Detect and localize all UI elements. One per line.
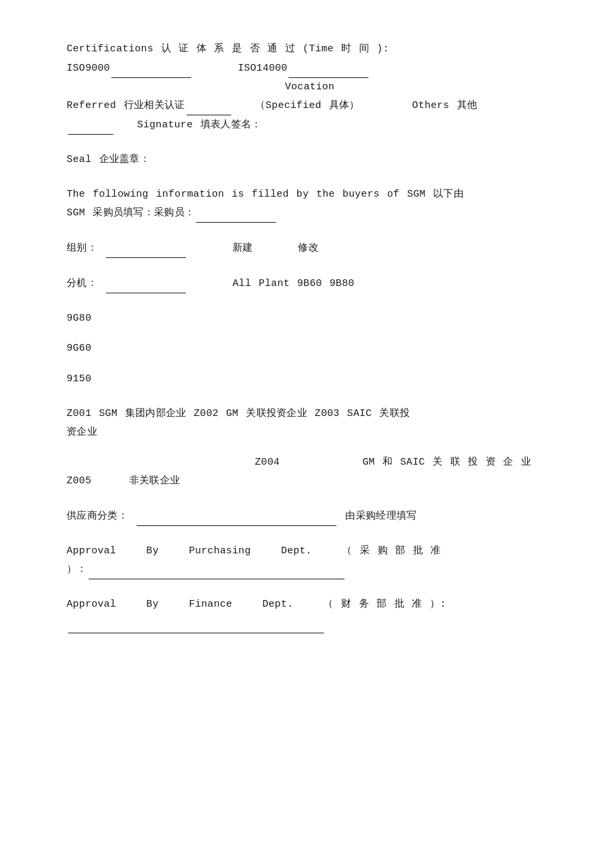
specified-label: （Specified 具体）	[255, 100, 359, 111]
certifications-text-line1: Certifications 认 证 体 系 是 否 通 过 (Time 时 间…	[67, 43, 389, 55]
z001-z003-section: Z001 SGM 集团内部企业 Z002 GM 关联投资企业 Z003 SAIC…	[67, 405, 560, 442]
plant-9g80: 9G80	[67, 309, 560, 328]
supplier-class-note: 由采购经理填写	[345, 511, 416, 522]
plant-9150: 9150	[67, 370, 560, 389]
plant-options: All Plant 9B60 9B80	[233, 278, 354, 289]
group-section: 组别： 新建 修改	[67, 239, 560, 258]
purchasing-approval-line1: Approval By Purchasing Dept. （ 采 购 部 批 准	[67, 545, 441, 557]
document-content: Certifications 认 证 体 系 是 否 通 过 (Time 时 间…	[67, 40, 560, 633]
iso14000-label: ISO14000	[238, 63, 287, 74]
others-field[interactable]	[68, 115, 113, 135]
iso9000-field[interactable]	[111, 59, 191, 78]
buyer-label: SGM 采购员填写：采购员：	[67, 207, 195, 219]
following-info-line1: The following information is filled by t…	[67, 189, 464, 200]
supplier-class-field[interactable]	[137, 507, 336, 526]
z001-z003-line2: 资企业	[67, 427, 97, 438]
group-label: 组别：	[67, 243, 97, 254]
supplier-class-label: 供应商分类：	[67, 511, 128, 522]
iso9000-label: ISO9000	[67, 63, 110, 74]
new-label: 新建	[233, 243, 253, 254]
referred-field[interactable]	[187, 96, 232, 115]
z001-z003-line1: Z001 SGM 集团内部企业 Z002 GM 关联投资企业 Z003 SAIC…	[67, 408, 410, 419]
finance-approval-field[interactable]	[68, 614, 324, 633]
vocation-label: Vocation	[285, 81, 334, 93]
seal-section: Seal 企业盖章：	[67, 151, 560, 169]
z005-line: Z005 非关联企业	[67, 475, 180, 487]
following-info-section: The following information is filled by t…	[67, 185, 560, 223]
others-label: Others 其他	[412, 100, 478, 111]
signature-label: Signature 填表人签名：	[137, 119, 262, 131]
extension-section: 分机： All Plant 9B60 9B80	[67, 274, 560, 293]
iso14000-field[interactable]	[289, 59, 368, 78]
plant-9g60-text: 9G60	[67, 343, 91, 354]
extension-field[interactable]	[106, 274, 186, 293]
purchasing-approval-section: Approval By Purchasing Dept. （ 采 购 部 批 准…	[67, 542, 560, 580]
buyer-field[interactable]	[196, 203, 276, 223]
extension-label: 分机：	[67, 278, 97, 289]
referred-label: Referred 行业相关认证	[67, 100, 185, 111]
z004-z005-section: Z004 GM 和 SAIC 关 联 投 资 企 业 Z005 非关联企业	[67, 453, 560, 491]
modify-label: 修改	[298, 243, 318, 254]
group-field[interactable]	[106, 239, 186, 258]
plant-9g80-text: 9G80	[67, 313, 91, 324]
z004-z005-line1: Z004 GM 和 SAIC 关 联 投 资 企 业	[67, 457, 531, 468]
supplier-classification-section: 供应商分类： 由采购经理填写	[67, 507, 560, 526]
finance-approval-section: Approval By Finance Dept. （ 财 务 部 批 准 ）:	[67, 595, 560, 633]
seal-text: Seal 企业盖章：	[67, 154, 150, 165]
plant-9150-text: 9150	[67, 373, 91, 385]
purchasing-approval-line2-pre: ）：	[67, 564, 87, 575]
certifications-section: Certifications 认 证 体 系 是 否 通 过 (Time 时 间…	[67, 40, 560, 135]
purchasing-approval-field[interactable]	[89, 560, 344, 579]
plant-9g60: 9G60	[67, 339, 560, 358]
finance-approval-line1: Approval By Finance Dept. （ 财 务 部 批 准 ）:	[67, 599, 446, 610]
